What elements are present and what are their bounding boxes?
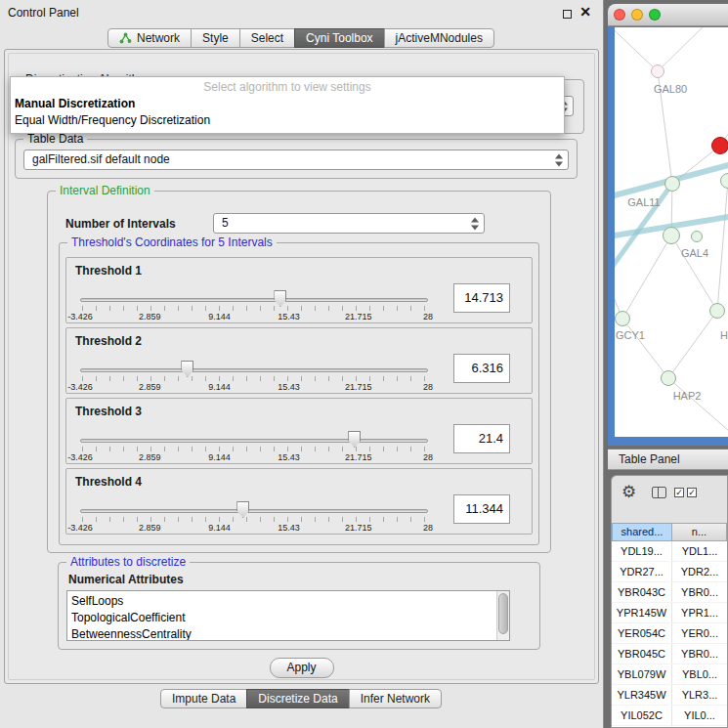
slider-groove[interactable] [80, 439, 428, 443]
cyni-toolbox-panel: Discretization Algorithm Table Data galF… [4, 49, 599, 684]
column-header-shared[interactable]: shared... [612, 523, 672, 541]
popup-option[interactable]: Manual Discretization [11, 96, 564, 112]
attributes-list[interactable]: SelfLoopsTopologicalCoefficientBetweenne… [66, 590, 510, 641]
graph-edge[interactable] [717, 181, 728, 311]
table-cell[interactable]: YER054C [612, 623, 672, 643]
graph-node[interactable] [709, 303, 725, 319]
slider-thumb-icon[interactable] [181, 361, 193, 377]
minimize-icon[interactable] [563, 10, 572, 19]
table-row[interactable]: YLR345WYLR3... [612, 685, 727, 706]
number-of-intervals-combobox[interactable]: 5 [213, 213, 485, 234]
table-data-combobox[interactable]: galFiltered.sif default node [23, 150, 569, 170]
graph-edge[interactable] [622, 236, 671, 319]
table-cell[interactable]: YPR145W [612, 603, 672, 622]
network-window-titlebar[interactable] [608, 4, 728, 26]
slider-thumb-icon[interactable] [348, 431, 361, 448]
table-cell[interactable]: YDR27... [612, 562, 672, 581]
gear-icon[interactable]: ⚙ [621, 482, 636, 502]
graph-node[interactable] [663, 227, 680, 244]
table-cell[interactable]: YLR3... [672, 685, 727, 705]
columns-icon[interactable] [652, 487, 666, 498]
graph-edge[interactable] [615, 27, 658, 71]
table-cell[interactable]: YIL0... [672, 706, 727, 725]
threshold-value-field[interactable]: 14.713 [453, 283, 510, 313]
tab-impute-data[interactable]: Impute Data [160, 689, 247, 708]
table-row[interactable]: YBR043CYBR0... [612, 582, 727, 603]
table-row[interactable]: YBL079WYBL0... [612, 664, 727, 685]
attribute-list-item[interactable]: BetweennessCentrality [71, 626, 509, 641]
axis-tick-label: -3.426 [67, 452, 93, 462]
threshold-value-field[interactable]: 21.4 [453, 424, 510, 453]
table-cell[interactable]: YBL079W [612, 664, 672, 684]
slider-groove[interactable] [80, 509, 428, 513]
tab-infer-network[interactable]: Infer Network [349, 689, 442, 708]
threshold-value-field[interactable]: 6.316 [453, 354, 510, 383]
graph-node[interactable] [615, 311, 630, 326]
slider-thumb-icon[interactable] [236, 501, 249, 518]
table-row[interactable]: YPR145WYPR1... [612, 603, 727, 623]
tab-jactivemnodules[interactable]: jActiveMNodules [384, 28, 494, 48]
thresholds-group-title: Threshold's Coordinates for 5 Intervals [67, 236, 277, 249]
slider-groove[interactable] [80, 298, 428, 302]
tab-style[interactable]: Style [191, 28, 240, 48]
table-cell[interactable]: YBR0... [672, 644, 727, 664]
combobox-stepper-icon[interactable] [471, 216, 480, 231]
checkbox-icon[interactable]: ✓ [674, 488, 684, 497]
attributes-scrollbar[interactable] [496, 591, 509, 640]
slider-ticks [82, 376, 428, 381]
graph-node[interactable] [661, 370, 676, 386]
table-cell[interactable]: YDL1... [672, 541, 727, 561]
graph-node[interactable] [691, 231, 703, 242]
graph-node[interactable] [651, 64, 664, 78]
attribute-list-item[interactable]: TopologicalCoefficient [71, 610, 509, 626]
table-cell[interactable]: YER0... [672, 623, 727, 643]
graph-edge[interactable] [622, 319, 668, 378]
column-header-name[interactable]: n... [672, 523, 727, 541]
apply-button[interactable]: Apply [269, 658, 333, 678]
threshold-slider[interactable]: -3.4262.8599.14415.4321.71528 [80, 430, 428, 463]
attribute-list-item[interactable]: SelfLoops [71, 593, 509, 610]
table-panel-header[interactable]: Table Panel [608, 449, 728, 470]
table-cell[interactable]: YDL19... [612, 541, 672, 561]
axis-tick-label: 21.715 [345, 312, 372, 321]
table-row[interactable]: YDR27...YDR2... [612, 562, 727, 582]
table-cell[interactable]: YDR2... [672, 562, 727, 581]
graph-edge[interactable] [668, 311, 717, 378]
threshold-value-field[interactable]: 11.344 [453, 494, 510, 524]
table-cell[interactable]: YLR345W [612, 685, 672, 705]
tab-select[interactable]: Select [239, 28, 295, 48]
slider-groove[interactable] [80, 368, 428, 372]
tab-cyni-toolbox[interactable]: Cyni Toolbox [294, 28, 384, 48]
checkbox-icon[interactable]: ✓ [687, 488, 697, 497]
slider-thumb-icon[interactable] [274, 290, 286, 307]
threshold-slider[interactable]: -3.4262.8599.14415.4321.71528 [80, 289, 428, 322]
thresholds-list: Threshold 1 -3.4262.8599.14415.4321.7152… [60, 257, 538, 535]
table-row[interactable]: YER054CYER0... [612, 623, 727, 644]
table-cell[interactable]: YBR043C [612, 582, 672, 602]
combobox-stepper-icon[interactable] [555, 152, 564, 167]
close-icon[interactable]: ✕ [579, 4, 591, 20]
algorithm-dropdown-popup: Select algorithm to view settings Manual… [10, 76, 565, 134]
minimize-traffic-light-icon[interactable] [631, 9, 643, 21]
graph-edge[interactable] [668, 378, 728, 437]
tab-discretize-data[interactable]: Discretize Data [246, 689, 349, 708]
zoom-traffic-light-icon[interactable] [649, 9, 661, 21]
table-cell[interactable]: YIL052C [612, 706, 672, 725]
network-canvas[interactable]: GAL80GAL11GAL4GCY1HAP2H [615, 27, 728, 437]
table-row[interactable]: YDL19...YDL1... [612, 541, 727, 562]
tab-network[interactable]: Network [107, 28, 192, 48]
graph-node-selected[interactable] [711, 137, 728, 154]
threshold-slider[interactable]: -3.4262.8599.14415.4321.71528 [80, 500, 428, 534]
close-traffic-light-icon[interactable] [614, 9, 625, 21]
table-cell[interactable]: YBR0... [672, 582, 727, 602]
table-row[interactable]: YBR045CYBR0... [612, 644, 727, 664]
scrollbar-thumb[interactable] [498, 593, 508, 634]
threshold-slider[interactable]: -3.4262.8599.14415.4321.71528 [80, 360, 428, 393]
table-cell[interactable]: YBL0... [672, 664, 727, 684]
table-cell[interactable]: YBR045C [612, 644, 672, 664]
graph-edge[interactable] [658, 27, 712, 71]
popup-option[interactable]: Equal Width/Frequency Discretization [11, 112, 564, 129]
graph-node[interactable] [664, 176, 680, 192]
table-row[interactable]: YIL052CYIL0... [612, 706, 727, 726]
table-cell[interactable]: YPR1... [672, 603, 727, 622]
